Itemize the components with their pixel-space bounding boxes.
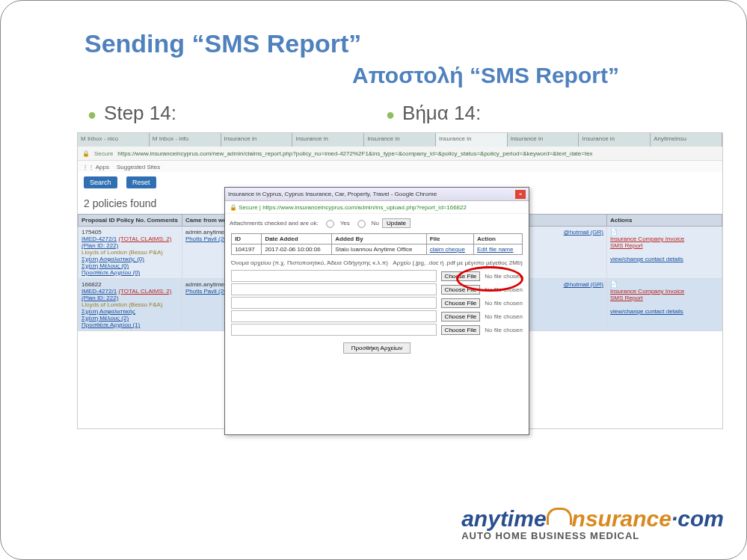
filename-input[interactable]	[231, 324, 437, 336]
search-button[interactable]: Search	[84, 176, 117, 188]
popup-titlebar[interactable]: Insurance in Cyprus, Cyprus Insurance, C…	[225, 188, 529, 201]
file-row-5: Choose FileNo file chosen	[225, 323, 529, 336]
invoice-link[interactable]: Insurance Company Invoice	[610, 236, 684, 242]
no-file-text: No file chosen	[485, 273, 523, 280]
tab[interactable]: Insurance in	[508, 133, 580, 147]
close-icon[interactable]: ×	[515, 190, 526, 199]
url-text: https://www.insuranceincyprus.com/new_ad…	[117, 150, 592, 157]
no-file-text: No file chosen	[485, 286, 523, 293]
address-bar[interactable]: 🔒 Secure https://www.insuranceincyprus.c…	[78, 147, 722, 161]
file-labels: Όνομα αρχείου (π.χ. Πιστοποιητικό, Άδεια…	[225, 256, 529, 269]
lock-icon: 🔒	[82, 150, 90, 157]
apps-shortcut[interactable]: ⋮⋮ Apps	[82, 164, 109, 170]
th-action: Action	[474, 234, 523, 244]
th-id: ID	[232, 234, 262, 244]
popup-url: https://www.insuranceincyprus.com/admin/…	[262, 204, 467, 211]
choose-file-button[interactable]: Choose File	[441, 325, 481, 335]
policy-link[interactable]: IMED-4272/1	[82, 288, 117, 295]
file-row-4: Choose FileNo file chosen	[225, 310, 529, 323]
rel-link[interactable]: Σχέση Ασφαλιστικής	[82, 308, 135, 315]
screenshot-frame: M Inbox - nico M Inbox - info Insurance …	[77, 132, 723, 429]
tab[interactable]: Insurance in	[292, 133, 364, 147]
doc-icon: 📄	[610, 281, 618, 288]
file-link[interactable]: claim cheque	[430, 246, 465, 253]
invoice-link[interactable]: Insurance Company Invoice	[610, 288, 684, 295]
sms-report-link[interactable]: SMS Report	[610, 242, 643, 249]
title-english: Sending “SMS Report”	[84, 29, 721, 58]
secure-label: Secure	[94, 150, 113, 157]
filename-input[interactable]	[231, 310, 437, 322]
add-files-button[interactable]: Προσθήκη Αρχείων	[343, 342, 411, 354]
tab[interactable]: Insurance in	[221, 133, 293, 147]
rel-link[interactable]: Σχέση Μέλους (2)	[82, 315, 129, 321]
step-el: ●Βήμα 14:	[386, 102, 481, 125]
file-row-3: Choose FileNo file chosen	[225, 296, 529, 310]
upload-popup: Insurance in Cyprus, Cyprus Insurance, C…	[224, 187, 529, 435]
filename-input[interactable]	[231, 283, 437, 295]
reset-button[interactable]: Reset	[126, 176, 156, 188]
lloyds-text: Lloyds of London (Besso F&A)	[82, 301, 163, 308]
attachments-check: Attachments checked and are ok: Yes No U…	[225, 214, 529, 232]
email-link[interactable]: @hotmail (GR)	[564, 281, 603, 288]
member-link[interactable]: Photis Pavli (20)	[185, 236, 229, 242]
choose-file-button[interactable]: Choose File	[441, 298, 481, 308]
rel-link[interactable]: Σχέση Ασφαλιστικής (0)	[82, 256, 144, 262]
claims-badge: (TOTAL CLAIMS: 2)	[118, 236, 171, 242]
no-file-text: No file chosen	[485, 300, 523, 307]
popup-title: Insurance in Cyprus, Cyprus Insurance, C…	[228, 191, 437, 197]
th-proposal: Proposal ID Policy No. Comments	[79, 215, 182, 227]
plan-link[interactable]: (Plan ID: 222)	[82, 295, 118, 301]
rel-link[interactable]: Σχέση Μέλους (0)	[82, 262, 129, 269]
rel-link[interactable]: Προσθέσε Αρχείου (1)	[82, 321, 140, 328]
title-greek: Αποστολή “SMS Report”	[26, 63, 721, 88]
th-by: Added By	[332, 234, 426, 244]
tab[interactable]: M Inbox - info	[150, 133, 221, 147]
th-file: File	[426, 234, 473, 244]
contact-link[interactable]: view/change contact details	[610, 308, 683, 315]
choose-file-button[interactable]: Choose File	[441, 312, 481, 321]
radio-no[interactable]	[357, 220, 365, 227]
tab-active[interactable]: Insurance in	[436, 133, 508, 147]
edit-file-link[interactable]: Edit file name	[477, 246, 513, 253]
filename-input[interactable]	[231, 297, 437, 309]
plan-link[interactable]: (Plan ID: 222)	[82, 242, 118, 249]
contact-link[interactable]: view/change contact details	[610, 256, 683, 262]
file-row-1: Choose FileNo file chosen	[225, 269, 529, 283]
th-actions: Actions	[607, 215, 722, 227]
rel-link[interactable]: Προσθέσε Αρχείου (0)	[82, 269, 140, 276]
logo-text: anytimensurance·com	[461, 506, 724, 532]
email-link[interactable]: @hotmail (GR)	[564, 229, 603, 236]
step-labels: ●Step 14: ●Βήμα 14:	[87, 102, 721, 125]
no-file-text: No file chosen	[485, 327, 523, 333]
tab[interactable]: Insurance in	[364, 133, 436, 147]
logo-arc-icon	[547, 508, 572, 525]
attachments-table: ID Date Added Added By File Action 10419…	[231, 233, 523, 255]
logo-tagline: AUTO HOME BUSINESS MEDICAL	[461, 530, 724, 541]
member-link[interactable]: Photis Pavli (20)	[185, 288, 229, 295]
radio-yes[interactable]	[326, 220, 333, 227]
choose-file-button[interactable]: Choose File	[441, 285, 481, 295]
suggested-sites[interactable]: Suggested Sites	[117, 164, 160, 170]
file-row-2: Choose FileNo file chosen	[225, 283, 529, 296]
claims-badge: (TOTAL CLAIMS: 2)	[118, 288, 171, 295]
doc-icon: 📄	[610, 229, 618, 236]
sms-report-link[interactable]: SMS Report	[610, 295, 643, 301]
choose-file-button[interactable]: Choose File	[441, 271, 481, 281]
proposal-id: 166822	[82, 281, 179, 288]
anytime-logo: anytimensurance·com AUTO HOME BUSINESS M…	[461, 506, 724, 541]
slide-container: Sending “SMS Report” Αποστολή “SMS Repor…	[0, 0, 747, 560]
proposal-id: 175405	[82, 229, 179, 236]
bullet-icon: ●	[87, 106, 96, 123]
bullet-icon: ●	[386, 106, 395, 123]
tab[interactable]: Insurance in	[579, 133, 651, 147]
tab[interactable]: Anytimeinsu	[651, 133, 722, 147]
policy-link[interactable]: IMED-4272/1	[82, 236, 117, 242]
filename-input[interactable]	[231, 270, 437, 282]
step-en: ●Step 14:	[87, 102, 176, 125]
browser-tabs: M Inbox - nico M Inbox - info Insurance …	[78, 133, 722, 147]
th-date: Date Added	[262, 234, 332, 244]
update-button[interactable]: Update	[382, 218, 411, 228]
tab[interactable]: M Inbox - nico	[78, 133, 150, 147]
no-file-text: No file chosen	[485, 313, 523, 320]
lloyds-text: Lloyds of London (Besso P&A)	[82, 249, 163, 256]
